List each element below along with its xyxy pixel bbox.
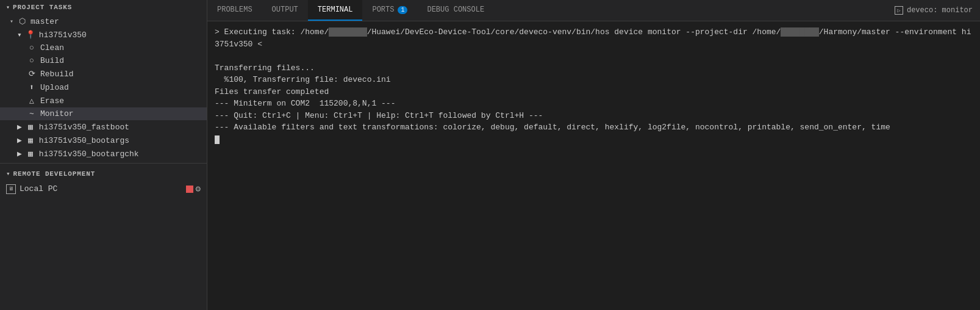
tab-bar: PROBLEMS OUTPUT TERMINAL PORTS 1 DEBUG C… [207, 0, 980, 21]
terminal-line-3: %100, Transferring file: deveco.ini [215, 74, 973, 86]
hi3751v350-chevron: ▾ [17, 30, 22, 40]
bootargs-chevron: ▶ [17, 135, 22, 145]
ports-badge: 1 [398, 6, 407, 14]
terminal-cursor [215, 135, 220, 144]
bootargchk-icon: ▦ [26, 149, 35, 159]
terminal-instance-icon: ▷ [895, 6, 903, 15]
tab-ports[interactable]: PORTS 1 [362, 0, 417, 21]
tab-debug-console-label: DEBUG CONSOLE [427, 5, 484, 14]
remote-development-label: REMOTE DEVELOPMENT [13, 170, 96, 178]
sidebar-item-erase[interactable]: △ Erase [0, 94, 207, 107]
project-tasks-chevron[interactable]: ▾ [6, 4, 10, 11]
bootargs-icon: ▦ [26, 135, 35, 145]
sidebar-item-rebuild[interactable]: ⟳ Rebuild [0, 67, 207, 81]
clean-label: Clean [40, 43, 64, 52]
settings-icon[interactable]: ⚙ [196, 184, 201, 194]
sidebar-item-bootargchk[interactable]: ▶ ▦ hi3751v350_bootargchk [0, 147, 207, 160]
terminal-line-6: --- Quit: Ctrl+C | Menu: Ctrl+T | Help: … [215, 110, 973, 122]
tab-terminal[interactable]: TERMINAL [308, 0, 363, 21]
terminal-line-1: > Executing task: /home/████████/Huawei/… [215, 26, 973, 50]
tab-debug-console[interactable]: DEBUG CONSOLE [417, 0, 494, 21]
bootargchk-chevron: ▶ [17, 149, 22, 159]
sidebar-item-local-pc[interactable]: 🖥 Local PC ⚙ [0, 181, 207, 196]
monitor-icon: ~ [27, 109, 37, 118]
upload-label: Upload [40, 83, 69, 92]
erase-label: Erase [40, 96, 64, 106]
hi3751v350-icon: 📍 [26, 30, 35, 40]
tab-bar-right: ▷ deveco: monitor [887, 0, 980, 21]
remote-development-header: ▾ REMOTE DEVELOPMENT [0, 166, 207, 181]
sidebar-item-bootargs[interactable]: ▶ ▦ hi3751v350_bootargs [0, 134, 207, 147]
local-pc-controls: ⚙ [186, 184, 201, 194]
upload-icon: ⬆ [27, 82, 37, 92]
local-pc-monitor-icon: 🖥 [6, 184, 16, 194]
rebuild-label: Rebuild [40, 70, 74, 79]
project-tasks-header: ▾ PROJECT TASKS [0, 0, 207, 15]
tab-terminal-label: TERMINAL [318, 5, 353, 14]
terminal-cursor-line [215, 134, 973, 146]
sidebar-item-build[interactable]: ○ Build [0, 54, 207, 67]
terminal-content[interactable]: > Executing task: /home/████████/Huawei/… [207, 21, 980, 310]
master-icon: ⬡ [17, 16, 27, 26]
sidebar-item-clean[interactable]: ○ Clean [0, 41, 207, 54]
local-pc-label: Local PC [20, 184, 182, 193]
build-icon: ○ [27, 56, 37, 65]
fastboot-icon: ▦ [26, 122, 35, 132]
project-tasks-label: PROJECT TASKS [13, 4, 72, 11]
build-label: Build [40, 56, 64, 65]
tab-problems[interactable]: PROBLEMS [207, 0, 262, 21]
master-label: master [30, 17, 59, 26]
sidebar-item-master[interactable]: ▾ ⬡ master [0, 15, 207, 28]
rebuild-icon: ⟳ [27, 69, 37, 79]
terminal-line-blank [215, 50, 973, 62]
terminal-line-5: --- Miniterm on COM2 115200,8,N,1 --- [215, 98, 973, 110]
monitor-label: Monitor [40, 109, 74, 118]
main-panel: PROBLEMS OUTPUT TERMINAL PORTS 1 DEBUG C… [207, 0, 980, 310]
tab-output[interactable]: OUTPUT [262, 0, 308, 21]
terminal-instance-label: deveco: monitor [907, 6, 973, 15]
master-chevron: ▾ [10, 18, 13, 25]
sidebar-item-fastboot[interactable]: ▶ ▦ hi3751v350_fastboot [0, 120, 207, 134]
stop-button[interactable] [186, 186, 193, 193]
tab-problems-label: PROBLEMS [217, 5, 252, 14]
bootargs-label: hi3751v350_bootargs [39, 136, 129, 145]
sidebar: ▾ PROJECT TASKS ▾ ⬡ master ▾ 📍 hi3751v35… [0, 0, 207, 310]
terminal-line-7: --- Available filters and text transform… [215, 121, 973, 134]
hi3751v350-label: hi3751v350 [39, 31, 87, 40]
clean-icon: ○ [27, 43, 37, 52]
sidebar-divider [0, 163, 207, 164]
sidebar-item-upload[interactable]: ⬆ Upload [0, 81, 207, 94]
sidebar-item-monitor[interactable]: ~ Monitor [0, 107, 207, 120]
tab-ports-label: PORTS [372, 5, 394, 14]
fastboot-label: hi3751v350_fastboot [39, 123, 129, 132]
tab-output-label: OUTPUT [272, 5, 298, 14]
remote-chevron[interactable]: ▾ [6, 170, 11, 178]
erase-icon: △ [27, 96, 37, 106]
terminal-line-4: Files transfer completed [215, 86, 973, 98]
sidebar-item-hi3751v350[interactable]: ▾ 📍 hi3751v350 [0, 28, 207, 41]
bootargchk-label: hi3751v350_bootargchk [39, 150, 139, 159]
terminal-line-2: Transferring files... [215, 62, 973, 74]
fastboot-chevron: ▶ [17, 122, 22, 132]
